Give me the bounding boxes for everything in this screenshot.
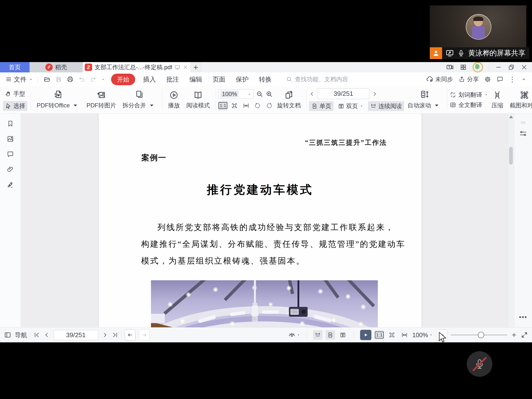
pdf-to-image-button[interactable]: PDF转图片 xyxy=(83,86,119,113)
save-icon[interactable] xyxy=(55,76,62,83)
redo-icon[interactable] xyxy=(90,76,96,83)
quickbar-more-icon[interactable] xyxy=(101,77,105,81)
auto-scroll-button[interactable]: 自动滚动 xyxy=(404,86,445,113)
collapse-ribbon-icon[interactable] xyxy=(521,77,527,82)
actual-size-button[interactable]: 1:1 xyxy=(218,101,228,110)
rail-drag-handle[interactable] xyxy=(519,119,528,126)
zoom-slider-knob[interactable] xyxy=(478,332,484,338)
rail-more-button[interactable]: ••• xyxy=(519,313,527,321)
device-switch-icon[interactable] xyxy=(446,63,454,71)
workspace-grid-icon[interactable] xyxy=(460,64,467,71)
signature-panel-icon[interactable] xyxy=(7,181,14,188)
continuous-read-button[interactable]: 连续阅读 xyxy=(368,101,404,111)
zoom-out-icon[interactable] xyxy=(256,90,263,98)
zoom-level-select[interactable]: 100% xyxy=(412,332,433,339)
continuous-read-toggle[interactable] xyxy=(313,330,322,340)
prev-page-icon[interactable] xyxy=(309,91,315,97)
share-button[interactable]: 分享 xyxy=(458,75,479,83)
menu-item-insert[interactable]: 插入 xyxy=(143,75,156,84)
last-page-icon[interactable] xyxy=(112,332,118,338)
zoom-slider[interactable] xyxy=(451,334,507,335)
zoom-in-icon[interactable] xyxy=(266,90,273,98)
prev-page-icon[interactable] xyxy=(44,332,50,338)
account-avatar[interactable] xyxy=(473,62,483,72)
sync-status[interactable]: 未同步 xyxy=(426,75,453,83)
history-forward-button[interactable] xyxy=(139,330,150,340)
present-mode-icon[interactable] xyxy=(174,64,180,70)
eye-protect-button[interactable] xyxy=(288,331,300,339)
menu-item-start[interactable]: 开始 xyxy=(111,74,135,85)
vertical-scrollbar[interactable] xyxy=(508,114,514,327)
thumbnails-panel-icon[interactable] xyxy=(7,135,14,143)
play-button[interactable] xyxy=(360,330,371,340)
menu-item-convert[interactable]: 转换 xyxy=(259,75,272,84)
compress-button[interactable]: 压缩 xyxy=(488,86,506,113)
adjust-sliders-icon[interactable] xyxy=(519,129,527,138)
attachments-panel-icon[interactable] xyxy=(7,166,14,173)
double-page-button[interactable]: 双页 xyxy=(336,101,366,111)
search-box[interactable]: 查找功能、文档内容 xyxy=(286,75,348,83)
comments-panel-icon[interactable] xyxy=(7,150,14,158)
scroll-up-arrow[interactable] xyxy=(509,116,513,118)
fit-page-button[interactable] xyxy=(230,101,239,110)
split-merge-button[interactable]: 拆分合并 xyxy=(119,86,160,113)
minimize-icon[interactable] xyxy=(495,64,502,71)
double-page-icon xyxy=(340,332,346,338)
open-file-icon[interactable] xyxy=(44,76,50,83)
rotate-document-button[interactable]: 旋转文档 xyxy=(274,86,304,113)
rotate-cw-button[interactable] xyxy=(265,101,274,110)
zoom-select[interactable]: 100% xyxy=(218,89,254,99)
restore-icon[interactable] xyxy=(508,64,515,71)
new-tab-button[interactable]: + xyxy=(190,62,201,72)
next-page-icon[interactable] xyxy=(372,91,378,97)
feedback-icon[interactable] xyxy=(497,76,503,83)
play-slideshow-button[interactable]: 播放 xyxy=(165,86,183,113)
screenshot-compare-button[interactable]: 截图和对比 xyxy=(506,86,532,113)
pdf-to-office-button[interactable]: PDF转Office xyxy=(33,86,83,113)
scrollbar-thumb[interactable] xyxy=(509,147,513,165)
hand-tool-button[interactable]: 手型 xyxy=(3,89,27,99)
forward-arrow-icon xyxy=(141,332,148,338)
page-indicator-input[interactable]: 39/251 xyxy=(53,330,98,340)
menu-item-annotate[interactable]: 批注 xyxy=(166,75,179,84)
menu-item-page[interactable]: 页面 xyxy=(213,75,225,84)
tab-docer[interactable]: 稻壳 xyxy=(30,62,83,72)
bookmarks-panel-icon[interactable] xyxy=(7,120,14,127)
menu-item-protect[interactable]: 保护 xyxy=(236,75,249,84)
page-indicator-input[interactable]: 39/251 xyxy=(317,88,369,99)
pdf-page[interactable]: “三抓三筑三提升”工作法 案例一 推行党建动车模式 列线所党支部将高铁的成功经验… xyxy=(99,114,421,327)
tab-document[interactable]: 2 支部工作法汇总-...-终定稿.pdf xyxy=(83,62,190,72)
read-mode-button[interactable]: 阅读模式 xyxy=(183,86,213,113)
single-page-button[interactable]: 单页 xyxy=(309,101,333,111)
fit-width-toggle[interactable] xyxy=(400,330,409,340)
fit-width-button[interactable] xyxy=(241,101,251,110)
print-icon[interactable] xyxy=(67,76,74,83)
history-back-button[interactable] xyxy=(125,330,135,340)
settings-gear-icon[interactable] xyxy=(484,76,491,83)
double-page-toggle[interactable] xyxy=(338,330,348,340)
next-page-icon[interactable] xyxy=(102,332,108,338)
more-kebab-icon[interactable]: ⋮ xyxy=(509,75,516,83)
undo-icon[interactable] xyxy=(79,76,85,83)
tab-home[interactable]: 首页 xyxy=(0,62,30,72)
rotate-cw-icon xyxy=(266,102,272,109)
close-tab-icon[interactable] xyxy=(183,65,188,70)
menu-item-edit[interactable]: 编辑 xyxy=(189,75,202,84)
mic-muted-button[interactable] xyxy=(467,351,492,377)
pdf-to-office-icon xyxy=(54,90,63,99)
rotate-ccw-button[interactable] xyxy=(253,101,262,110)
full-translate-button[interactable]: 全文翻译 xyxy=(450,101,488,109)
file-menu[interactable]: 文件 xyxy=(5,75,33,84)
actual-size-toggle[interactable]: 1:1 xyxy=(375,330,384,340)
caret-down-icon xyxy=(71,101,80,110)
word-translate-button[interactable]: 划词翻译 xyxy=(450,91,488,99)
single-page-toggle[interactable] xyxy=(326,330,335,340)
first-page-icon[interactable] xyxy=(33,332,40,338)
select-tool-button[interactable]: 选择 xyxy=(3,101,27,111)
document-canvas[interactable]: “三抓三筑三提升”工作法 案例一 推行党建动车模式 列线所党支部将高铁的成功经验… xyxy=(21,114,514,327)
zoom-in-button[interactable] xyxy=(511,332,517,338)
nav-panel-toggle[interactable]: 导航 xyxy=(4,331,27,339)
fit-page-toggle[interactable] xyxy=(387,330,397,340)
fullscreen-icon[interactable] xyxy=(521,331,528,339)
close-window-icon[interactable] xyxy=(521,64,528,71)
